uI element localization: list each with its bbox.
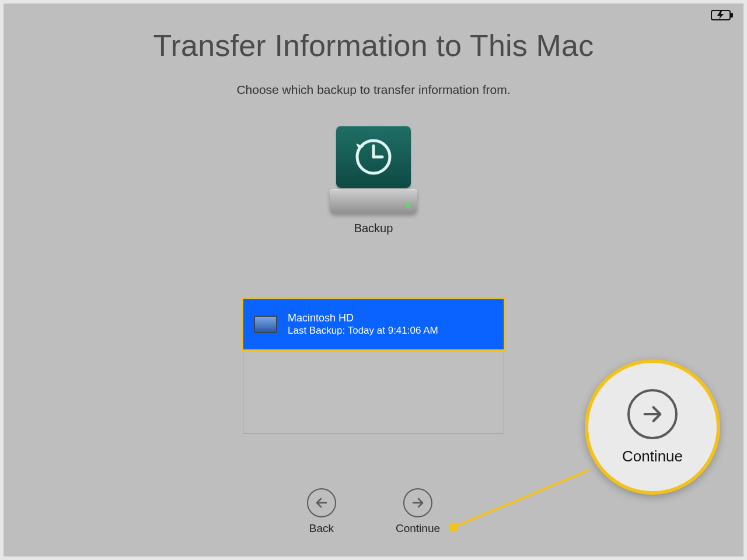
back-button[interactable]: Back [303, 488, 340, 536]
arrow-right-icon [627, 389, 678, 439]
backup-item-name: Macintosh HD [288, 312, 438, 324]
arrow-right-icon [403, 488, 432, 517]
backup-drive-label: Backup [334, 222, 413, 235]
continue-button-label: Continue [396, 522, 440, 535]
arrow-left-icon [307, 488, 336, 517]
svg-line-8 [453, 470, 589, 527]
bottom-nav: Back Continue [303, 488, 444, 536]
page-subtitle: Choose which backup to transfer informat… [4, 83, 743, 97]
back-button-label: Back [309, 522, 334, 535]
backup-list-item[interactable]: Macintosh HD Last Backup: Today at 9:41:… [243, 299, 504, 349]
battery-charging-icon [711, 9, 734, 23]
backup-item-text: Macintosh HD Last Backup: Today at 9:41:… [288, 312, 438, 337]
svg-point-9 [449, 523, 458, 532]
page-title: Transfer Information to This Mac [4, 28, 743, 63]
svg-marker-2 [717, 11, 724, 19]
svg-rect-1 [731, 13, 733, 18]
macbook-icon [254, 316, 277, 333]
backup-item-meta: Last Backup: Today at 9:41:06 AM [288, 324, 438, 337]
setup-assistant-screen: Transfer Information to This Mac Choose … [0, 0, 747, 560]
annotation-leader-line [449, 466, 624, 559]
continue-callout-label: Continue [622, 447, 683, 466]
time-machine-drive-icon [334, 126, 413, 214]
continue-button[interactable]: Continue [392, 488, 444, 536]
continue-callout: Continue [585, 359, 720, 495]
backup-list: Macintosh HD Last Backup: Today at 9:41:… [243, 299, 504, 434]
backup-drive[interactable]: Backup [334, 126, 413, 235]
